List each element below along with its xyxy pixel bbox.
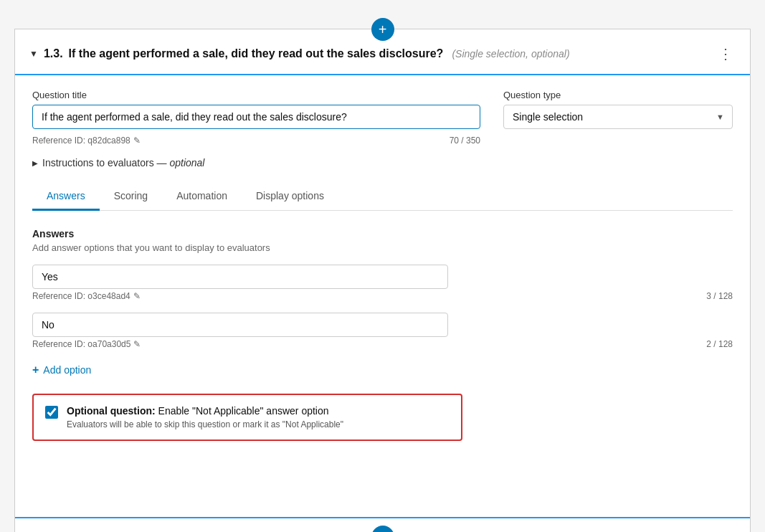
add-option-label: Add option	[43, 364, 91, 376]
answer-1-meta: Reference ID: o3ce48ad4 ✎ 3 / 128	[32, 291, 733, 301]
ref-id-edit-icon[interactable]: ✎	[133, 136, 141, 146]
add-option-button[interactable]: + Add option	[32, 361, 91, 379]
add-btn-bottom-row: +	[15, 517, 750, 532]
optional-question-description: Evaluators will be able to skip this que…	[67, 419, 343, 429]
question-card: + ▼ 1.3. If the agent performed a sale, …	[14, 29, 751, 532]
answers-section: Answers Add answer options that you want…	[32, 228, 733, 441]
answer-item-1: Reference ID: o3ce48ad4 ✎ 3 / 128	[32, 265, 733, 301]
question-type-select[interactable]: Single selection Multiple selection Text…	[503, 105, 733, 129]
add-section-top-button[interactable]: +	[371, 18, 394, 41]
instructions-text: Instructions to evaluators — optional	[42, 157, 204, 168]
optional-question-title-normal: Enable "Not Applicable" answer option	[158, 405, 329, 417]
main-content: Question title Reference ID: q82dca898 ✎…	[15, 75, 750, 517]
optional-question-title-bold: Optional question:	[67, 405, 156, 417]
question-type-select-wrapper: Single selection Multiple selection Text…	[503, 105, 733, 129]
answer-input-1[interactable]	[32, 265, 448, 289]
instructions-row[interactable]: ▶ Instructions to evaluators — optional	[32, 157, 733, 168]
tab-answers[interactable]: Answers	[32, 183, 100, 211]
optional-question-title: Optional question: Enable "Not Applicabl…	[67, 405, 343, 417]
question-header-left: ▼ 1.3. If the agent performed a sale, di…	[29, 47, 716, 60]
question-menu-icon[interactable]: ⋮	[716, 42, 736, 65]
optional-question-content: Optional question: Enable "Not Applicabl…	[67, 405, 343, 429]
plus-icon-top: +	[379, 22, 387, 37]
add-option-plus-icon: +	[32, 364, 39, 376]
answer-1-ref-id: Reference ID: o3ce48ad4 ✎	[32, 291, 141, 301]
optional-question-checkbox[interactable]	[45, 406, 58, 419]
answers-section-subtitle: Add answer options that you want to disp…	[32, 242, 733, 253]
question-char-count: 70 / 350	[450, 136, 480, 146]
question-title-group: Question title Reference ID: q82dca898 ✎…	[32, 90, 480, 146]
question-title: If the agent performed a sale, did they …	[69, 47, 444, 60]
answer-input-2[interactable]	[32, 313, 448, 337]
question-ref-id: Reference ID: q82dca898 ✎	[32, 136, 141, 146]
question-number: 1.3.	[44, 47, 63, 60]
optional-question-box: Optional question: Enable "Not Applicabl…	[32, 394, 462, 441]
question-title-meta: Reference ID: q82dca898 ✎ 70 / 350	[32, 136, 480, 146]
collapse-icon[interactable]: ▼	[29, 49, 38, 59]
instructions-expand-icon: ▶	[32, 159, 38, 167]
tabs-row: Answers Scoring Automation Display optio…	[32, 183, 733, 211]
answers-section-title: Answers	[32, 228, 733, 239]
form-row: Question title Reference ID: q82dca898 ✎…	[32, 90, 733, 146]
answer-item-2: Reference ID: oa70a30d5 ✎ 2 / 128	[32, 313, 733, 349]
question-subtitle: (Single selection, optional)	[452, 48, 569, 60]
tab-automation[interactable]: Automation	[162, 183, 242, 211]
question-title-input[interactable]	[32, 105, 480, 129]
answer-2-ref-id: Reference ID: oa70a30d5 ✎	[32, 339, 141, 349]
answer-2-edit-icon[interactable]: ✎	[133, 339, 141, 349]
question-type-group: Question type Single selection Multiple …	[503, 90, 733, 146]
question-title-label: Question title	[32, 90, 480, 100]
answer-2-meta: Reference ID: oa70a30d5 ✎ 2 / 128	[32, 339, 733, 349]
tab-display-options[interactable]: Display options	[242, 183, 338, 211]
answer-1-char-count: 3 / 128	[706, 291, 733, 301]
answer-1-edit-icon[interactable]: ✎	[133, 291, 141, 301]
add-section-bottom-button[interactable]: +	[371, 526, 394, 532]
tab-scoring[interactable]: Scoring	[100, 183, 162, 211]
answer-2-char-count: 2 / 128	[706, 339, 733, 349]
question-type-label: Question type	[503, 90, 733, 100]
